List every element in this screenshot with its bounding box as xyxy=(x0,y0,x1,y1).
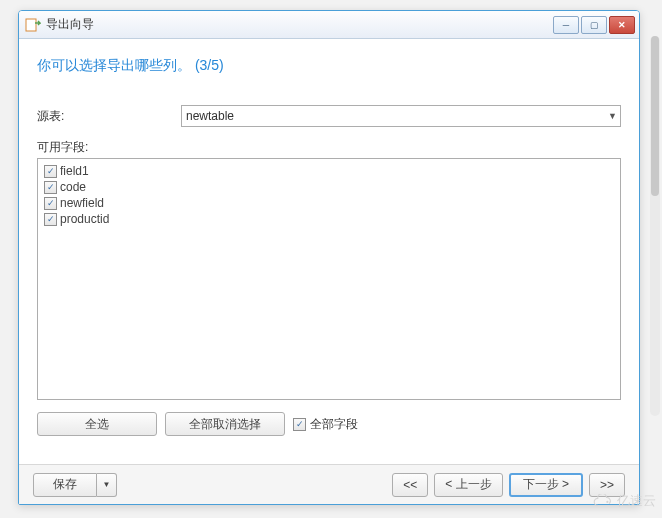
page-scrollbar-thumb[interactable] xyxy=(651,36,659,196)
checkbox-icon[interactable]: ✓ xyxy=(44,197,57,210)
export-wizard-window: 导出向导 ─ ▢ ✕ 你可以选择导出哪些列。 (3/5) 源表: ▼ 可用字段:… xyxy=(18,10,640,505)
checkbox-icon[interactable]: ✓ xyxy=(293,418,306,431)
list-item[interactable]: ✓ field1 xyxy=(44,163,614,179)
list-item[interactable]: ✓ productid xyxy=(44,211,614,227)
next-button[interactable]: 下一步 > xyxy=(509,473,583,497)
fields-label: 可用字段: xyxy=(37,139,621,156)
maximize-button[interactable]: ▢ xyxy=(581,16,607,34)
field-name: field1 xyxy=(60,164,89,178)
field-buttons-row: 全选 全部取消选择 ✓ 全部字段 xyxy=(37,412,621,436)
wizard-footer: 保存 ▼ << < 上一步 下一步 > >> xyxy=(19,464,639,504)
all-fields-checkbox[interactable]: ✓ 全部字段 xyxy=(293,416,358,433)
field-name: productid xyxy=(60,212,109,226)
all-fields-label: 全部字段 xyxy=(310,416,358,433)
checkbox-icon[interactable]: ✓ xyxy=(44,213,57,226)
save-button[interactable]: 保存 xyxy=(33,473,97,497)
select-all-button[interactable]: 全选 xyxy=(37,412,157,436)
field-name: code xyxy=(60,180,86,194)
chevron-down-icon: ▼ xyxy=(103,480,111,489)
heading-text: 你可以选择导出哪些列。 xyxy=(37,57,191,73)
wizard-heading: 你可以选择导出哪些列。 (3/5) xyxy=(37,57,621,75)
watermark-text: 亿速云 xyxy=(617,492,656,510)
source-select-wrap: ▼ xyxy=(181,105,621,127)
save-split-button: 保存 ▼ xyxy=(33,473,117,497)
close-button[interactable]: ✕ xyxy=(609,16,635,34)
minimize-button[interactable]: ─ xyxy=(553,16,579,34)
watermark: 亿速云 xyxy=(592,492,656,510)
step-indicator: (3/5) xyxy=(195,57,224,73)
svg-rect-0 xyxy=(26,19,36,31)
source-select[interactable] xyxy=(181,105,621,127)
window-title: 导出向导 xyxy=(46,16,553,33)
fields-listbox[interactable]: ✓ field1 ✓ code ✓ newfield ✓ productid xyxy=(37,158,621,400)
content-area: 你可以选择导出哪些列。 (3/5) 源表: ▼ 可用字段: ✓ field1 ✓… xyxy=(19,39,639,446)
source-row: 源表: ▼ xyxy=(37,105,621,127)
checkbox-icon[interactable]: ✓ xyxy=(44,181,57,194)
checkbox-icon[interactable]: ✓ xyxy=(44,165,57,178)
titlebar[interactable]: 导出向导 ─ ▢ ✕ xyxy=(19,11,639,39)
save-dropdown-button[interactable]: ▼ xyxy=(97,473,117,497)
list-item[interactable]: ✓ newfield xyxy=(44,195,614,211)
deselect-all-button[interactable]: 全部取消选择 xyxy=(165,412,285,436)
source-label: 源表: xyxy=(37,108,181,125)
app-icon xyxy=(25,17,41,33)
window-controls: ─ ▢ ✕ xyxy=(553,16,635,34)
prev-button[interactable]: < 上一步 xyxy=(434,473,502,497)
field-name: newfield xyxy=(60,196,104,210)
list-item[interactable]: ✓ code xyxy=(44,179,614,195)
cloud-icon xyxy=(592,494,614,508)
first-button[interactable]: << xyxy=(392,473,428,497)
page-scrollbar[interactable] xyxy=(650,36,660,416)
svg-point-1 xyxy=(606,501,608,503)
